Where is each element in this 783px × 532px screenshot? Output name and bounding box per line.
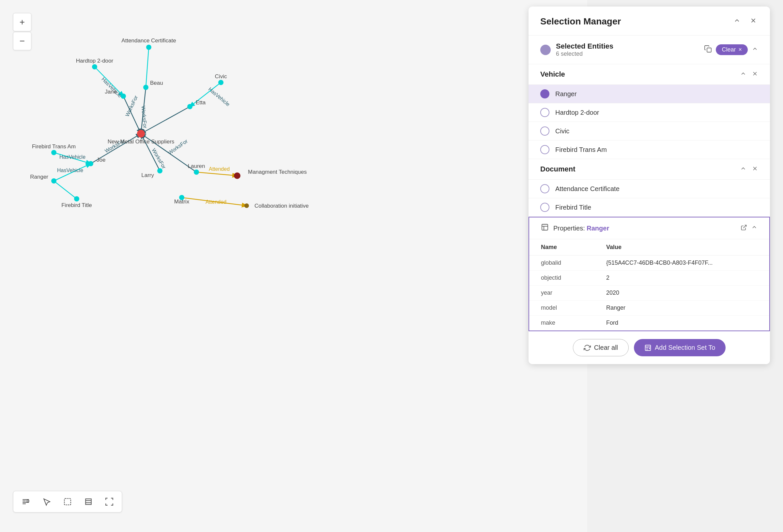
vehicle-category-section: Vehicle Ranger Hardtop 2-door <box>529 64 770 159</box>
properties-collapse-button[interactable] <box>751 224 757 232</box>
panel-header: Selection Manager <box>529 6 770 36</box>
svg-point-45 <box>74 196 79 201</box>
svg-text:Lauren: Lauren <box>188 163 205 169</box>
prop-row-make: make Ford <box>529 315 769 331</box>
vehicle-category-title: Vehicle <box>540 70 565 78</box>
prop-value-year: 2020 <box>606 290 619 296</box>
clear-all-button[interactable]: Clear all <box>573 339 629 356</box>
svg-text:Jane: Jane <box>105 89 117 95</box>
vehicle-ranger-label: Ranger <box>555 90 577 98</box>
svg-text:Attended: Attended <box>206 199 226 205</box>
entity-title: Selected Entities <box>556 42 699 51</box>
svg-point-27 <box>146 45 151 50</box>
properties-entity-name: Ranger <box>587 225 609 232</box>
prop-name-globalid: globalid <box>541 260 606 266</box>
zoom-out-button[interactable]: − <box>13 32 31 50</box>
entity-count: 6 selected <box>556 51 699 57</box>
entity-circle-icon <box>540 45 551 55</box>
document-firebird-title-label: Firebird Title <box>555 204 591 211</box>
selection-manager-panel: Selection Manager Selected Entities 6 se… <box>529 6 770 364</box>
prop-row-year: year 2020 <box>529 286 769 301</box>
svg-text:Joe: Joe <box>97 157 105 163</box>
document-category-title: Document <box>540 165 575 173</box>
document-close-button[interactable] <box>752 165 758 173</box>
prop-value-objectid: 2 <box>606 274 609 281</box>
properties-table-header: Name Value <box>529 239 769 256</box>
frame-icon[interactable] <box>81 495 96 509</box>
add-selection-label: Add Selection Set To <box>655 344 715 352</box>
panel-close-button[interactable] <box>748 15 758 27</box>
add-selection-set-button[interactable]: Add Selection Set To <box>634 339 726 356</box>
document-category-actions <box>740 165 758 173</box>
vehicle-hardtop-label: Hardtop 2-door <box>555 109 599 117</box>
properties-icon <box>541 223 549 233</box>
select-box-icon[interactable] <box>60 495 75 509</box>
vehicle-item-hardtop[interactable]: Hardtop 2-door <box>529 103 770 122</box>
properties-header: Properties: Ranger <box>529 218 769 239</box>
expand-icon[interactable] <box>102 495 117 509</box>
svg-text:Larry: Larry <box>141 172 154 178</box>
vehicle-item-firebird-trans[interactable]: Firebird Trans Am <box>529 140 770 159</box>
graph-svg: WorksFor WorksFor WorksFor WorksFor Work… <box>0 0 587 532</box>
svg-text:Hardtop 2-door: Hardtop 2-door <box>76 58 114 64</box>
svg-point-29 <box>92 64 97 69</box>
svg-point-55 <box>244 203 249 208</box>
svg-text:Attended: Attended <box>209 166 230 172</box>
vehicle-close-button[interactable] <box>752 70 758 78</box>
document-item-firebird-title[interactable]: Firebird Title <box>529 198 770 217</box>
svg-rect-62 <box>64 498 71 505</box>
svg-text:Matrix: Matrix <box>174 199 190 205</box>
prop-name-year: year <box>541 290 606 296</box>
vehicle-firebird-trans-label: Firebird Trans Am <box>555 146 607 154</box>
svg-rect-68 <box>707 48 711 52</box>
prop-row-objectid: objectid 2 <box>529 271 769 286</box>
vehicle-item-ranger[interactable]: Ranger <box>529 85 770 103</box>
document-collapse-button[interactable] <box>740 165 747 173</box>
vehicle-ranger-circle <box>540 89 550 98</box>
svg-point-43 <box>51 178 57 184</box>
svg-text:HasVehicle: HasVehicle <box>57 168 83 173</box>
svg-line-20 <box>54 181 77 199</box>
prop-row-globalid: globalid {515A4CC7-46DB-4CB0-A803-F4F07F… <box>529 256 769 271</box>
vehicle-category-actions <box>740 70 758 78</box>
properties-header-buttons <box>741 224 757 232</box>
clear-all-label: Clear all <box>594 344 618 352</box>
svg-text:Civic: Civic <box>215 73 227 79</box>
list-icon[interactable] <box>19 495 33 509</box>
document-firebird-title-circle <box>540 203 550 212</box>
selected-entities-row: Selected Entities 6 selected Clear × <box>529 36 770 64</box>
vehicle-civic-label: Civic <box>555 128 569 135</box>
vehicle-civic-circle <box>540 127 550 136</box>
svg-line-76 <box>743 225 746 228</box>
svg-text:Etta: Etta <box>196 99 206 106</box>
document-item-attendance[interactable]: Attendance Certificate <box>529 179 770 198</box>
vehicle-collapse-button[interactable] <box>740 70 747 78</box>
clear-badge-button[interactable]: Clear × <box>716 44 748 55</box>
panel-collapse-button[interactable] <box>732 15 742 27</box>
svg-text:Managment Techniques: Managment Techniques <box>248 169 307 175</box>
svg-point-51 <box>194 169 199 175</box>
svg-point-25 <box>137 130 145 138</box>
bottom-toolbar <box>13 491 122 512</box>
svg-text:Attendance Certificate: Attendance Certificate <box>121 37 176 44</box>
prop-name-make: make <box>541 320 606 326</box>
prop-header-name: Name <box>541 244 606 251</box>
zoom-in-button[interactable]: + <box>13 13 31 31</box>
panel-footer: Clear all Add Selection Set To <box>529 331 770 364</box>
entities-collapse-button[interactable] <box>752 46 758 54</box>
vehicle-firebird-trans-circle <box>540 145 550 154</box>
cursor-icon[interactable] <box>39 495 54 509</box>
vehicle-hardtop-circle <box>540 108 550 117</box>
properties-external-link-button[interactable] <box>741 224 747 232</box>
svg-text:Collaboration initiative: Collaboration initiative <box>254 203 309 209</box>
properties-prefix: Properties: <box>553 225 587 232</box>
svg-text:HasVehicle: HasVehicle <box>59 154 86 160</box>
document-category-header: Document <box>529 159 770 179</box>
copy-entities-button[interactable] <box>704 45 712 55</box>
svg-text:Ranger: Ranger <box>30 174 48 180</box>
svg-point-33 <box>121 94 126 99</box>
svg-text:HasVehicle: HasVehicle <box>100 76 123 99</box>
graph-canvas[interactable]: WorksFor WorksFor WorksFor WorksFor Work… <box>0 0 587 532</box>
vehicle-item-civic[interactable]: Civic <box>529 122 770 140</box>
properties-title: Properties: Ranger <box>553 225 736 232</box>
